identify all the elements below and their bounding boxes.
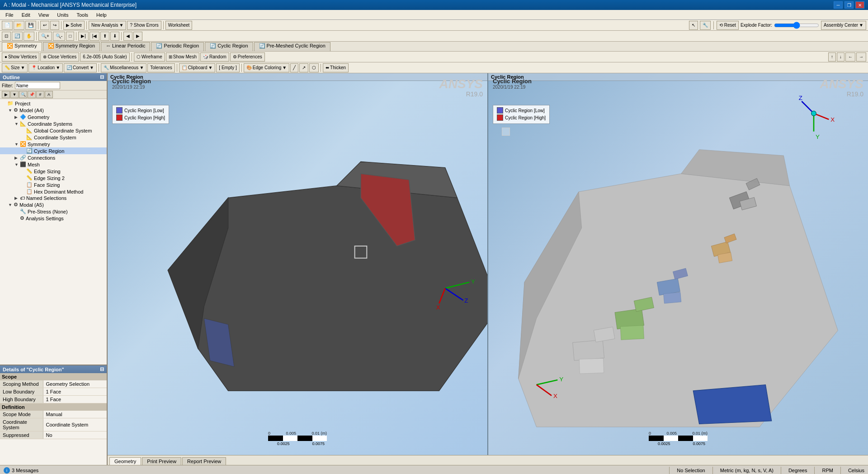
sym-tab-linear-periodic[interactable]: ↔ Linear Periodic xyxy=(101,42,150,51)
details-collapse-btn[interactable]: ⊟ xyxy=(100,366,104,372)
view-top-btn[interactable]: ⬆ xyxy=(100,32,109,41)
outline-alpha-btn[interactable]: A xyxy=(45,91,53,98)
sym-tab-cyclic-region[interactable]: 🔄 Cyclic Region xyxy=(205,42,253,51)
svg-text:Z: Z xyxy=(464,297,468,304)
tree-item-5[interactable]: 📐Coordinate System xyxy=(0,134,107,141)
tree-item-12[interactable]: 📋Face Sizing xyxy=(0,181,107,188)
tree-item-13[interactable]: 📋Hex Dominant Method xyxy=(0,188,107,195)
show-mesh-btn[interactable]: ⊞ Show Mesh xyxy=(166,52,199,62)
prev-view-btn[interactable]: ◀ xyxy=(123,32,132,41)
edge-coloring-btn[interactable]: 🎨 Edge Coloring ▼ xyxy=(244,63,289,72)
details-title: Details of "Cyclic Region" xyxy=(3,367,64,372)
sym-tab-pre-meshed[interactable]: 🔄 Pre-Meshed Cyclic Region xyxy=(254,42,330,51)
worksheet-btn[interactable]: Worksheet xyxy=(165,21,193,30)
zoom-out-btn[interactable]: 🔍- xyxy=(53,32,65,41)
redo-btn[interactable]: ↪ xyxy=(50,21,59,30)
draw-2-btn[interactable]: ↗ xyxy=(299,63,308,72)
tree-item-11[interactable]: 📏Edge Sizing 2 xyxy=(0,175,107,181)
zoom-in-btn[interactable]: 🔍+ xyxy=(38,32,52,41)
scale-value-btn[interactable]: 6.2e-005 (Auto Scale) xyxy=(80,52,129,62)
assembly-center-btn[interactable]: Assembly Center ▼ xyxy=(821,21,866,30)
save-btn[interactable]: 💾 xyxy=(25,21,36,30)
tree-item-16[interactable]: 🔧Pre-Stress (None) xyxy=(0,208,107,215)
arrow-btn-4[interactable]: → xyxy=(856,52,866,62)
tree-item-9[interactable]: ▼⬛Mesh xyxy=(0,161,107,168)
menu-file[interactable]: File xyxy=(2,11,17,19)
zoom-box-btn[interactable]: □ xyxy=(66,32,74,41)
tree-item-7[interactable]: 🔄Cyclic Region xyxy=(0,147,107,154)
tolerances-btn[interactable]: Tolerances xyxy=(147,63,175,72)
new-btn[interactable]: 📄 xyxy=(2,21,13,30)
tab-geometry[interactable]: Geometry xyxy=(109,457,141,465)
empty-btn[interactable]: [ Empty ] xyxy=(216,63,239,72)
outline-num-btn[interactable]: # xyxy=(36,91,44,98)
view-back-btn[interactable]: |◀ xyxy=(90,32,100,41)
sym-tab-symmetry-region[interactable]: 🔀 Symmetry Region xyxy=(43,42,100,51)
clipboard-btn[interactable]: 📋 Clipboard ▼ xyxy=(179,63,216,72)
sep9 xyxy=(132,53,132,61)
view-bottom-btn[interactable]: ⬇ xyxy=(110,32,119,41)
outline-search-btn[interactable]: 🔍 xyxy=(19,91,27,98)
new-analysis-btn[interactable]: New Analysis ▼ xyxy=(89,21,126,30)
next-view-btn[interactable]: ▶ xyxy=(133,32,142,41)
random-btn[interactable]: 🎲 Random xyxy=(200,52,229,62)
show-errors-btn[interactable]: ? Show Errors xyxy=(127,21,161,30)
tree-item-2[interactable]: ▶🔷Geometry xyxy=(0,114,107,120)
tree-label-9: Mesh xyxy=(28,162,40,167)
close-button[interactable]: ✕ xyxy=(855,1,864,9)
outline-collapse-btn[interactable]: ▼ xyxy=(10,91,19,98)
minimize-button[interactable]: ─ xyxy=(834,1,843,9)
size-btn[interactable]: 📏 Size ▼ xyxy=(2,63,28,72)
show-vertices-btn[interactable]: ● Show Vertices xyxy=(2,52,39,62)
sym-tab-periodic-region[interactable]: 🔄 Periodic Region xyxy=(151,42,204,51)
tree-item-0[interactable]: 📁Project xyxy=(0,100,107,107)
draw-1-btn[interactable]: ╱ xyxy=(290,63,298,72)
preferences-btn[interactable]: ⚙ Preferences xyxy=(230,52,265,62)
rotate-btn[interactable]: 🔄 xyxy=(12,32,23,41)
tree-item-8[interactable]: ▶🔗Connections xyxy=(0,154,107,161)
tree-item-15[interactable]: ▼⚙Modal (A5) xyxy=(0,201,107,208)
explode-slider[interactable] xyxy=(774,22,819,29)
viewport-left[interactable]: Cyclic Region Cyclic Region 2020/1/19 22… xyxy=(108,73,488,455)
zoom-fit-btn[interactable]: ⊡ xyxy=(2,32,11,41)
menu-view[interactable]: View xyxy=(35,11,53,19)
pick-btn[interactable]: 🔧 xyxy=(700,21,711,30)
pan-btn[interactable]: ✋ xyxy=(24,32,34,41)
solve-btn[interactable]: ▶ Solve xyxy=(63,21,85,30)
tree-item-4[interactable]: 📐Global Coordinate System xyxy=(0,127,107,134)
outline-pin-btn[interactable]: 📌 xyxy=(28,91,36,98)
view-front-btn[interactable]: ▶| xyxy=(78,32,89,41)
menu-units[interactable]: Units xyxy=(53,11,72,19)
tree-item-3[interactable]: ▼📐Coordinate Systems xyxy=(0,120,107,127)
draw-3-btn[interactable]: ⬡ xyxy=(309,63,319,72)
location-btn[interactable]: 📍 Location ▼ xyxy=(28,63,63,72)
open-btn[interactable]: 📂 xyxy=(14,21,24,30)
reset-btn[interactable]: ⟲ Reset xyxy=(717,21,739,30)
arrow-btn-1[interactable]: ↑ xyxy=(828,52,836,62)
wireframe-btn[interactable]: ⬡ Wireframe xyxy=(134,52,165,62)
thicken-btn[interactable]: ⬌ Thicken xyxy=(323,63,349,72)
undo-btn[interactable]: ↩ xyxy=(40,21,49,30)
sym-tab-symmetry[interactable]: 🔀 Symmetry xyxy=(2,42,42,51)
tab-print-preview[interactable]: Print Preview xyxy=(142,457,181,465)
viewport-right[interactable]: Cyclic Region Cyclic Region 2020/1/19 22… xyxy=(488,73,868,455)
tab-report-preview[interactable]: Report Preview xyxy=(182,457,226,465)
convert-btn[interactable]: 🔄 Convert ▼ xyxy=(64,63,97,72)
tree-item-14[interactable]: ▶🏷Named Selections xyxy=(0,195,107,201)
cursor-btn[interactable]: ↖ xyxy=(689,21,698,30)
tree-item-17[interactable]: ⚙Analysis Settings xyxy=(0,215,107,222)
arrow-btn-2[interactable]: ↓ xyxy=(837,52,844,62)
close-vertices-btn[interactable]: ⊗ Close Vertices xyxy=(40,52,79,62)
tree-item-1[interactable]: ▼⚙Model (A4) xyxy=(0,107,107,114)
outline-collapse-btn[interactable]: ⊟ xyxy=(100,74,104,80)
menu-tools[interactable]: Tools xyxy=(73,11,92,19)
outline-expand-btn[interactable]: ▶ xyxy=(2,91,10,98)
tree-item-10[interactable]: 📏Edge Sizing xyxy=(0,168,107,175)
tree-item-6[interactable]: ▼🔀Symmetry xyxy=(0,141,107,147)
menu-edit[interactable]: Edit xyxy=(18,11,34,19)
miscellaneous-btn[interactable]: 🔧 Miscellaneous ▼ xyxy=(101,63,146,72)
restore-button[interactable]: ❐ xyxy=(844,1,854,9)
arrow-btn-3[interactable]: ← xyxy=(845,52,855,62)
menu-help[interactable]: Help xyxy=(93,11,110,19)
filter-input[interactable] xyxy=(15,82,60,89)
